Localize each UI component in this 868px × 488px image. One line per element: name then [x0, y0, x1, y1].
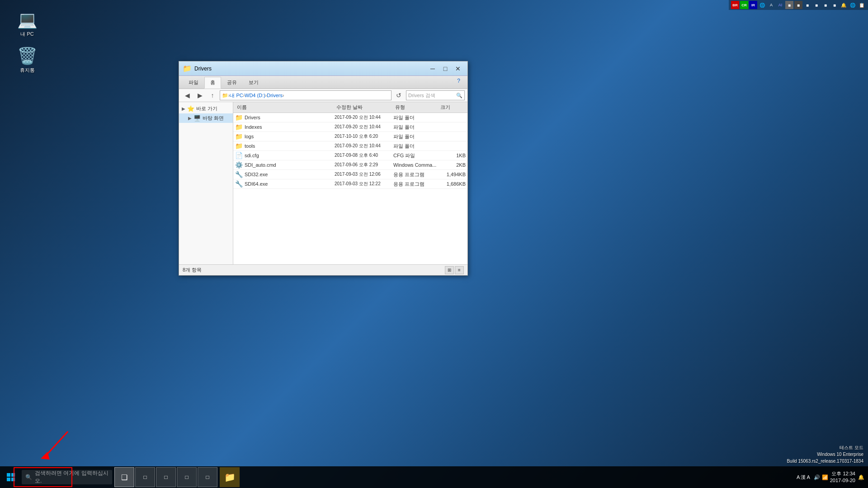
col-type[interactable]: 유형	[393, 103, 439, 112]
tab-file[interactable]: 파일	[183, 77, 204, 88]
desktop-folder-icon: 🖥️	[193, 115, 201, 122]
up-button[interactable]: ↑	[207, 90, 218, 100]
col-date[interactable]: 수정한 날짜	[335, 103, 393, 112]
tab-home[interactable]: 홈	[204, 77, 221, 89]
file-date: 2017-09-20 오전 10:44	[335, 143, 393, 149]
file-type: CFG 파일	[393, 152, 439, 159]
file-row[interactable]: 📄sdi.cfg2017-09-08 오후 6:40CFG 파일1KB	[233, 151, 467, 160]
file-name: logs	[245, 134, 254, 139]
file-name: Drivers	[245, 115, 260, 120]
taskbar-item-1[interactable]: □	[135, 467, 155, 487]
tray-bell[interactable]: 🔔	[840, 1, 848, 9]
close-button[interactable]: ✕	[452, 64, 464, 73]
taskbar-search[interactable]: 🔍 검색하려면 여기에 입력하십시오.	[22, 470, 112, 484]
tray-network[interactable]: 📶	[822, 474, 828, 480]
desktop-icon-mypc[interactable]: 💻 내 PC	[9, 9, 45, 39]
breadcrumb-mypc[interactable]: 📁	[222, 93, 228, 99]
clock-date: 2017-09-20	[830, 477, 855, 484]
tray-clipboard[interactable]: 📋	[858, 1, 866, 9]
file-row[interactable]: 🔧SDI64.exe2017-09-03 오전 12:22응용 프로그램1,68…	[233, 179, 467, 189]
tray-sound[interactable]: 🔊	[814, 474, 820, 480]
desktop-icon-recycle[interactable]: 🗑️ 휴지통	[9, 45, 45, 75]
recycle-label: 휴지통	[20, 67, 35, 74]
svg-line-0	[45, 432, 68, 456]
notification-icon[interactable]: 🔔	[858, 474, 864, 480]
top-right-tray: BR CR IR 🌐 A AI ■ ■ ■ ■ ■ ■ 🔔 🌐 📋	[729, 0, 868, 10]
lang-a2[interactable]: A	[807, 474, 810, 480]
file-row[interactable]: 📁logs2017-10-10 오후 6:20파일 폴더	[233, 132, 467, 141]
nav-item-desktop[interactable]: ▶ 🖥️ 바탕 화면	[179, 113, 233, 123]
breadcrumb-mypc-label[interactable]: 내 PC	[230, 92, 243, 99]
tab-view[interactable]: 보기	[243, 77, 264, 88]
file-icon: 📁	[235, 133, 243, 140]
maximize-button[interactable]: □	[439, 64, 451, 73]
tray-box3[interactable]: ■	[803, 1, 811, 9]
file-size: 1KB	[439, 153, 466, 158]
file-name-cell: 📁Drivers	[235, 114, 335, 121]
taskbar-search-placeholder: 검색하려면 여기에 입력하십시오.	[35, 469, 108, 485]
start-button[interactable]	[0, 466, 22, 488]
file-icon: 🔧	[235, 180, 243, 188]
tray-br[interactable]: BR	[731, 1, 739, 9]
file-date: 2017-09-08 오후 6:40	[335, 152, 393, 159]
title-bar: 📁 Drivers ─ □ ✕	[179, 61, 467, 76]
file-row[interactable]: 📁tools2017-09-20 오전 10:44파일 폴더	[233, 141, 467, 151]
breadcrumb-drive[interactable]: WD4 (D:)	[245, 93, 265, 98]
nav-pane: ▶ ⭐ 바로 가기 ▶ 🖥️ 바탕 화면	[179, 102, 233, 264]
refresh-button[interactable]: ↺	[393, 90, 404, 100]
tray-a[interactable]: A	[767, 1, 775, 9]
tray-clock[interactable]: 오후 12:34 2017-09-20	[830, 470, 855, 484]
desktop: 💻 내 PC 🗑️ 휴지통 테스트 모드 Windows 10 Enterpri…	[0, 0, 868, 488]
tray-ai[interactable]: AI	[776, 1, 784, 9]
taskbar-item-2[interactable]: □	[156, 467, 176, 487]
address-path[interactable]: 📁 › 내 PC › WD4 (D:) › Drivers ›	[220, 90, 392, 100]
tray-box4[interactable]: ■	[812, 1, 821, 9]
system-tray: A 漢 A 🔊 📶 오후 12:34 2017-09-20 🔔	[797, 466, 868, 488]
file-name-cell: 📁logs	[235, 133, 335, 140]
file-name: SDI32.exe	[245, 172, 268, 177]
tray-globe2[interactable]: 🌐	[849, 1, 857, 9]
file-size: 1,494KB	[439, 172, 466, 177]
file-date: 2017-09-06 오후 2:29	[335, 162, 393, 168]
search-box[interactable]: Drivers 검색 🔍	[406, 90, 465, 100]
taskbar-item-4[interactable]: □	[198, 467, 217, 487]
file-row[interactable]: 📁Indexes2017-09-20 오전 10:44파일 폴더	[233, 122, 467, 132]
col-size[interactable]: 크기	[439, 103, 466, 112]
tray-box2[interactable]: ■	[794, 1, 802, 9]
tray-box5[interactable]: ■	[821, 1, 830, 9]
file-type: Windows Comma...	[393, 162, 439, 168]
minimize-button[interactable]: ─	[427, 64, 439, 73]
taskbar-item-3[interactable]: □	[177, 467, 197, 487]
file-name: SDI_auto.cmd	[245, 162, 276, 168]
file-type: 파일 폴더	[393, 114, 439, 121]
taskbar-folder[interactable]: 📁	[220, 467, 240, 487]
search-icon[interactable]: 🔍	[456, 93, 462, 99]
tray-ir[interactable]: IR	[749, 1, 757, 9]
window-title: Drivers	[194, 66, 427, 72]
breadcrumb-folder[interactable]: Drivers	[267, 93, 283, 98]
lang-a[interactable]: A	[797, 474, 800, 480]
col-name[interactable]: 이름	[235, 103, 335, 112]
tab-share[interactable]: 공유	[221, 77, 243, 88]
tray-cr[interactable]: CR	[740, 1, 748, 9]
file-row[interactable]: ⚙️SDI_auto.cmd2017-09-06 오후 2:29Windows …	[233, 160, 467, 170]
svg-rect-4	[7, 478, 10, 481]
tray-globe1[interactable]: 🌐	[758, 1, 766, 9]
lang-han[interactable]: 漢	[801, 474, 806, 481]
file-type: 파일 폴더	[393, 124, 439, 131]
file-icon: 🔧	[235, 171, 243, 178]
view-btn-details[interactable]: ⊞	[445, 266, 454, 274]
back-button[interactable]: ◀	[182, 90, 193, 100]
tray-box6[interactable]: ■	[830, 1, 839, 9]
forward-button[interactable]: ▶	[194, 90, 205, 100]
file-name-cell: 🔧SDI64.exe	[235, 180, 335, 188]
tray-box1[interactable]: ■	[785, 1, 793, 9]
file-list-header: 이름 수정한 날짜 유형 크기	[233, 102, 467, 113]
view-buttons: ⊞ ≡	[445, 266, 464, 274]
file-row[interactable]: 🔧SDI32.exe2017-09-03 오전 12:06응용 프로그램1,49…	[233, 170, 467, 179]
help-button[interactable]: ?	[453, 76, 464, 88]
view-btn-list[interactable]: ≡	[455, 266, 464, 274]
nav-item-quickaccess[interactable]: ▶ ⭐ 바로 가기	[179, 104, 233, 113]
task-view-button[interactable]: ❑	[114, 467, 134, 487]
file-row[interactable]: 📁Drivers2017-09-20 오전 10:44파일 폴더	[233, 113, 467, 122]
